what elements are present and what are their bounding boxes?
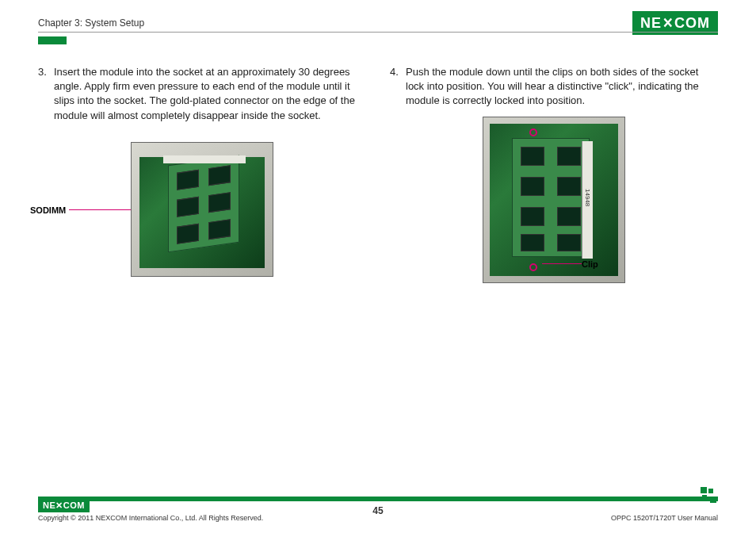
sodimm-figure — [131, 142, 273, 277]
chapter-title: Chapter 3: System Setup — [38, 17, 144, 29]
left-column: 3. Insert the module into the socket at … — [38, 65, 366, 283]
sodimm-label: SODIMM — [30, 205, 66, 215]
step-number-3: 3. — [38, 65, 54, 123]
clip-figure: 14948 — [483, 117, 625, 283]
step-text-3: Insert the module into the socket at an … — [54, 65, 366, 123]
nexcom-logo-small: NE✕COM — [38, 499, 90, 512]
page-number: 45 — [372, 505, 383, 516]
step-number-4: 4. — [390, 65, 406, 109]
header-rule — [38, 32, 718, 33]
copyright-text: Copyright © 2011 NEXCOM International Co… — [38, 514, 263, 522]
manual-title: OPPC 1520T/1720T User Manual — [611, 514, 718, 522]
right-column: 4. Push the module down until the clips … — [390, 65, 718, 283]
green-tab — [38, 36, 67, 44]
step-text-4: Push the module down until the clips on … — [406, 65, 718, 109]
footer-left: NE✕COM Copyright © 2011 NEXCOM Internati… — [38, 499, 263, 522]
clip-label: Clip — [582, 259, 598, 269]
